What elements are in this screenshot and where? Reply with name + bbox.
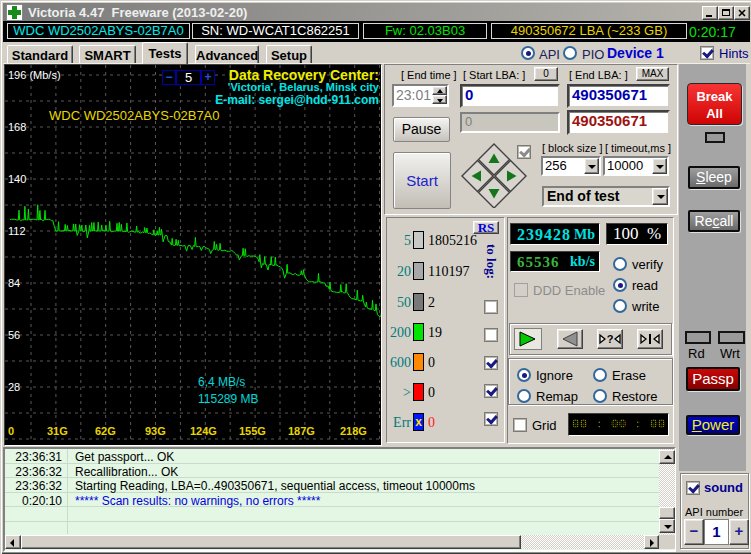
- svg-text:?: ?: [607, 333, 614, 345]
